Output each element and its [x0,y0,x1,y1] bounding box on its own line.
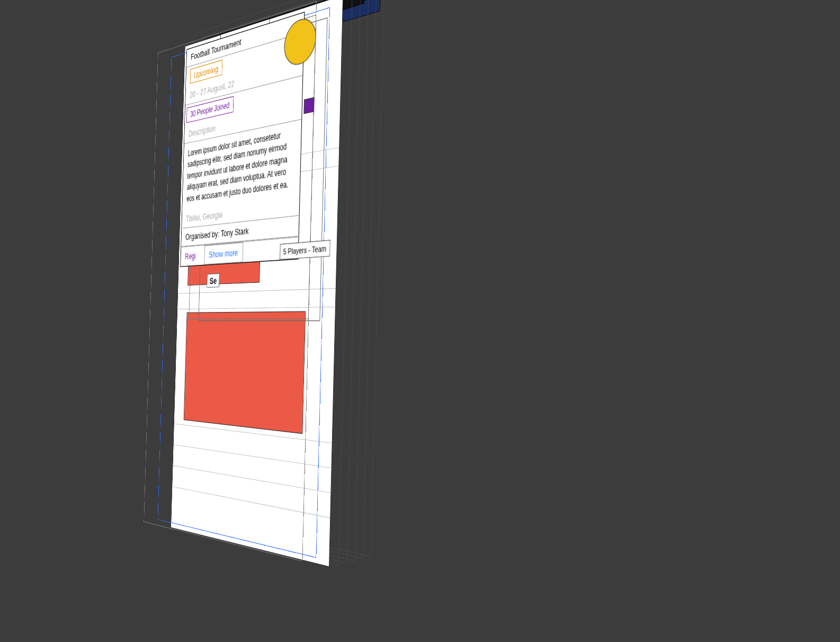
tournament-image [184,311,306,434]
show-more-button[interactable]: Show more [204,242,243,265]
date-label: 20 - 27 August, 22 [185,56,303,106]
register-button[interactable]: Regi [181,246,200,265]
tournament-card[interactable]: Football Tournament Upcoming 20 - 27 Aug… [180,12,305,267]
badge-icon [303,97,315,114]
